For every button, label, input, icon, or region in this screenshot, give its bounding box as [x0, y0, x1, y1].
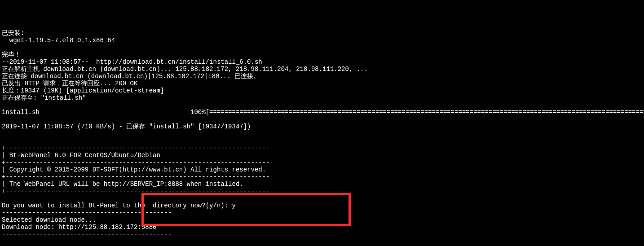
output-line: ----------------------------------------… — [2, 209, 172, 216]
output-line: +---------------------------------------… — [2, 159, 270, 166]
output-line: 2019-11-07 11:08:57 (710 KB/s) - 已保存 "in… — [2, 123, 251, 130]
output-line: 正在保存至: "install.sh" — [2, 94, 86, 101]
output-line: Download node: http://125.88.182.172:588… — [2, 224, 156, 231]
output-line: ----------------------------------------… — [2, 231, 172, 238]
install-prompt[interactable]: Do you want to install Bt-Panel to the d… — [2, 202, 236, 209]
output-line: | Copyright © 2015-2099 BT-SOFT(http://w… — [2, 166, 266, 173]
output-line: 完毕！ — [2, 51, 21, 58]
output-line: | The WebPanel URL will be http://SERVER… — [2, 180, 243, 188]
output-line: 正在解析主机 download.bt.cn (download.bt.cn)..… — [2, 66, 368, 73]
output-line: +---------------------------------------… — [2, 188, 270, 195]
output-line: 已安装: — [2, 30, 24, 37]
output-line: 正在连接 download.bt.cn (download.bt.cn)|125… — [2, 73, 260, 80]
terminal-output[interactable]: 已安装: wget-1.19.5-7.el8_0.1.x86_64 完毕！ --… — [0, 29, 644, 239]
output-line: +---------------------------------------… — [2, 145, 270, 152]
output-line: 长度：19347 (19K) [application/octet-stream… — [2, 87, 164, 94]
output-line: wget-1.19.5-7.el8_0.1.x86_64 — [2, 37, 115, 44]
output-line: +---------------------------------------… — [2, 173, 270, 180]
output-line: --2019-11-07 11:08:57-- http://download.… — [2, 58, 262, 66]
output-line: 已发出 HTTP 请求，正在等待回应... 200 OK — [2, 80, 137, 87]
output-line: install.sh 100%[========================… — [2, 109, 644, 116]
output-line: | Bt-WebPanel 6.0 FOR CentOS/Ubuntu/Debi… — [2, 152, 160, 159]
output-line: Selected download node... — [2, 216, 96, 224]
